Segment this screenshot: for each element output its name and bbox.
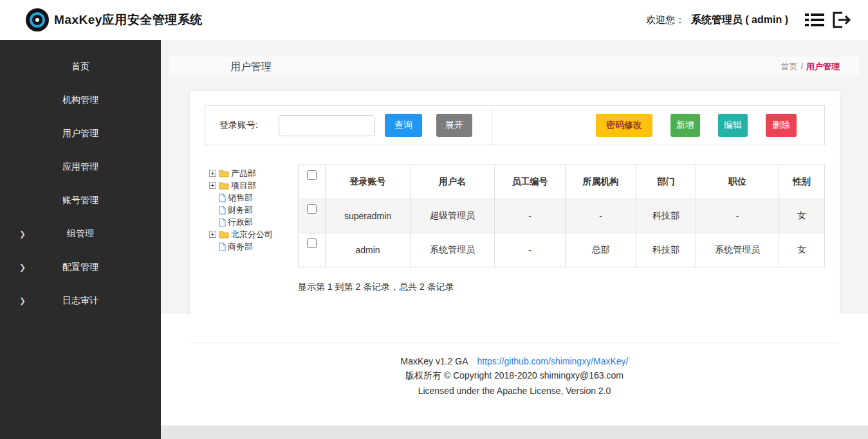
select-all-checkbox[interactable] — [307, 170, 317, 180]
tree-node-sales-dept[interactable]: 销售部 — [209, 192, 298, 204]
folder-icon — [219, 230, 229, 238]
cell-username: 系统管理员 — [411, 233, 495, 267]
cell-organization: 总部 — [566, 233, 636, 267]
file-icon — [219, 242, 226, 251]
tree-node-project-dept[interactable]: + 项目部 — [209, 179, 298, 192]
sidebar: 首页 机构管理 用户管理 应用管理 账号管理 ❯组管理 ❯配置管理 ❯日志审计 — [0, 40, 161, 439]
add-button[interactable]: 新增 — [670, 114, 700, 137]
sidebar-item-label: 日志审计 — [62, 295, 98, 307]
table-row[interactable]: admin 系统管理员 - 总部 科技部 系统管理员 女 — [299, 233, 825, 267]
col-header-position: 职位 — [696, 165, 779, 199]
sidebar-item-group-management[interactable]: ❯组管理 — [0, 217, 161, 251]
cell-gender: 女 — [779, 233, 825, 267]
sidebar-item-label: 用户管理 — [62, 128, 98, 139]
top-bar: MaxKey应用安全管理系统 欢迎您： 系统管理员 ( admin ) — [0, 0, 868, 40]
tree-expand-icon[interactable]: + — [209, 170, 216, 177]
cell-employee-no: - — [495, 199, 566, 233]
tree-node-label: 项目部 — [231, 180, 256, 192]
cell-username: 超级管理员 — [411, 199, 495, 233]
brand: MaxKey应用安全管理系统 — [26, 8, 203, 31]
bottom-strip — [161, 426, 868, 439]
sidebar-item-user-management[interactable]: 用户管理 — [0, 117, 161, 150]
folder-icon — [219, 181, 229, 190]
cell-position: 系统管理员 — [696, 233, 779, 267]
main-content: 用户管理 首页 / 用户管理 登录账号: 查询 展开 — [161, 40, 868, 439]
col-header-username: 用户名 — [411, 165, 495, 199]
logo-ring — [30, 12, 45, 28]
row-select-checkbox[interactable] — [307, 204, 317, 214]
cell-gender: 女 — [779, 199, 825, 233]
cell-employee-no: - — [495, 233, 566, 267]
col-header-login-account: 登录账号 — [326, 165, 411, 199]
row-select-cell — [299, 233, 326, 267]
records-summary: 显示第 1 到第 2 条记录，总共 2 条记录 — [298, 282, 825, 293]
search-toolbar: 登录账号: 查询 展开 密码修改 新增 编辑 删除 — [205, 105, 825, 145]
sidebar-item-app-management[interactable]: 应用管理 — [0, 150, 161, 184]
breadcrumb: 首页 / 用户管理 — [780, 61, 840, 73]
col-header-gender: 性别 — [779, 165, 825, 199]
file-icon — [219, 218, 226, 227]
tree-node-finance-dept[interactable]: 财务部 — [209, 204, 298, 216]
tree-node-business-dept[interactable]: 商务部 — [209, 240, 298, 253]
current-user-label: 系统管理员 ( admin ) — [691, 13, 788, 27]
menu-list-icon[interactable] — [805, 12, 824, 28]
logo-dot — [35, 18, 39, 22]
breadcrumb-home-link[interactable]: 首页 — [780, 61, 797, 73]
tree-node-label: 产品部 — [231, 168, 256, 179]
col-header-organization: 所属机构 — [566, 165, 636, 199]
edit-button[interactable]: 编辑 — [718, 114, 748, 137]
action-buttons: 密码修改 新增 编辑 删除 — [596, 114, 797, 137]
sidebar-item-home[interactable]: 首页 — [0, 50, 161, 84]
app-screen: MaxKey应用安全管理系统 欢迎您： 系统管理员 ( admin ) — [0, 0, 868, 439]
login-account-input[interactable] — [279, 115, 375, 136]
users-table: 登录账号 用户名 员工编号 所属机构 部门 职位 性别 — [298, 165, 825, 267]
tree-node-beijing-branch[interactable]: + 北京分公司 — [209, 228, 298, 240]
tree-node-product-dept[interactable]: + 产品部 — [209, 167, 298, 179]
tree-expand-icon[interactable]: + — [209, 231, 216, 238]
sidebar-item-org-management[interactable]: 机构管理 — [0, 84, 161, 117]
table-header-row: 登录账号 用户名 员工编号 所属机构 部门 职位 性别 — [299, 165, 825, 199]
sidebar-item-label: 应用管理 — [62, 161, 98, 173]
expand-button[interactable]: 展开 — [436, 114, 472, 137]
sidebar-item-label: 账号管理 — [62, 195, 98, 206]
tree-node-admin-dept[interactable]: 行政部 — [209, 216, 298, 228]
sidebar-item-label: 组管理 — [67, 228, 94, 240]
logout-icon[interactable] — [831, 10, 851, 30]
tree-node-label: 北京分公司 — [231, 229, 273, 240]
select-all-cell — [299, 165, 326, 199]
password-change-button[interactable]: 密码修改 — [596, 114, 652, 137]
chevron-right-icon: ❯ — [19, 263, 26, 272]
breadcrumb-separator: / — [800, 61, 803, 73]
tree-expand-icon[interactable]: + — [209, 182, 216, 189]
cell-department: 科技部 — [636, 233, 696, 267]
col-header-department: 部门 — [636, 165, 696, 199]
footer-divider — [190, 343, 840, 343]
search-form: 登录账号: 查询 展开 — [205, 106, 492, 145]
col-header-employee-no: 员工编号 — [495, 165, 566, 199]
sidebar-item-log-audit[interactable]: ❯日志审计 — [0, 284, 161, 318]
content-card: 登录账号: 查询 展开 密码修改 新增 编辑 删除 — [190, 91, 840, 314]
sidebar-item-label: 机构管理 — [62, 94, 98, 106]
footer: MaxKey v1.2 GAhttps://github.com/shiming… — [161, 314, 868, 426]
sidebar-item-config-management[interactable]: ❯配置管理 — [0, 251, 161, 284]
footer-version-line: MaxKey v1.2 GAhttps://github.com/shiming… — [161, 356, 868, 366]
welcome-label: 欢迎您： — [646, 14, 685, 26]
chevron-right-icon: ❯ — [19, 296, 26, 305]
cell-organization: - — [566, 199, 636, 233]
folder-icon — [219, 169, 229, 177]
query-button[interactable]: 查询 — [385, 114, 422, 137]
footer-copyright: 版权所有 © Copyright 2018-2020 shimingxy@163… — [161, 370, 868, 382]
sidebar-item-account-management[interactable]: 账号管理 — [0, 184, 161, 217]
footer-version: MaxKey v1.2 GA — [400, 356, 468, 366]
breadcrumb-current: 用户管理 — [806, 61, 840, 73]
cell-login-account: admin — [326, 233, 411, 267]
delete-button[interactable]: 删除 — [766, 114, 797, 137]
table-row[interactable]: superadmin 超级管理员 - - 科技部 - 女 — [299, 199, 825, 233]
file-icon — [219, 193, 226, 202]
tree-node-label: 行政部 — [228, 217, 253, 228]
tree-node-label: 商务部 — [228, 241, 253, 253]
row-select-checkbox[interactable] — [307, 238, 317, 248]
cell-position: - — [696, 199, 779, 233]
github-link[interactable]: https://github.com/shimingxy/MaxKey/ — [477, 356, 629, 366]
cell-department: 科技部 — [636, 199, 696, 233]
